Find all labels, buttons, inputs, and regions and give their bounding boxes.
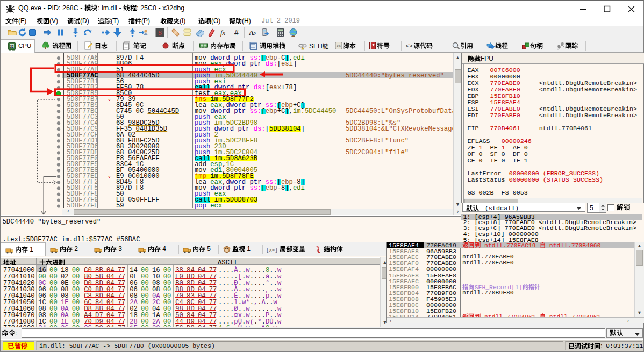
svg-text:32: 32 — [10, 45, 14, 48]
svg-text:<>: <> — [405, 43, 412, 49]
svg-text:<>: <> — [336, 44, 341, 48]
svg-text:#: # — [234, 28, 239, 37]
svg-text:2: 2 — [254, 32, 256, 37]
svg-text:!: ! — [302, 47, 303, 50]
svg-text:fx: fx — [220, 28, 226, 37]
svg-text:[x=]: [x=] — [266, 248, 278, 253]
svg-text:S: S — [158, 28, 162, 37]
